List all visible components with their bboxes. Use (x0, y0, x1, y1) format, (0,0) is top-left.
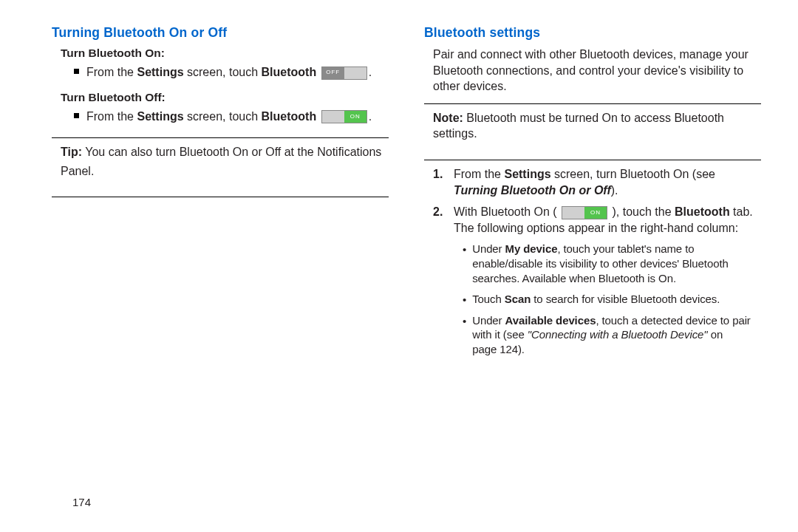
bluetooth-label: Bluetooth (262, 110, 317, 123)
available-devices-label: Available devices (505, 314, 596, 327)
text-fragment: . (369, 110, 372, 123)
toggle-on-icon: ON (321, 110, 367, 123)
sub-bullet-3: • Under Available devices, touch a detec… (463, 313, 761, 357)
toggle-on-icon: ON (562, 206, 607, 219)
divider (424, 160, 761, 160)
divider (52, 137, 389, 138)
bullet-turn-on-text: From the Settings screen, touch Bluetoot… (86, 64, 372, 81)
bullet-turn-on: From the Settings screen, touch Bluetoot… (74, 64, 389, 81)
text-fragment: From the (86, 66, 137, 78)
toggle-on-label: ON (584, 207, 607, 219)
dot-bullet-icon: • (463, 314, 466, 357)
sub-bullet-2: • Touch Scan to search for visible Bluet… (463, 292, 761, 307)
text-fragment: screen, touch (184, 110, 262, 123)
text-fragment: Touch (472, 293, 505, 305)
note-block: Note: Bluetooth must be turned On to acc… (433, 110, 761, 152)
section-heading-turning-bt: Turning Bluetooth On or Off (52, 25, 389, 41)
sub-bullet-1-text: Under My device, touch your tablet's nam… (472, 242, 761, 285)
left-column: Turning Bluetooth On or Off Turn Bluetoo… (52, 25, 389, 363)
toggle-off-label: OFF (322, 67, 344, 79)
square-bullet-icon (74, 113, 79, 118)
page-number: 174 (72, 496, 91, 508)
subhead-turn-off: Turn Bluetooth Off: (61, 91, 389, 104)
note-label: Note: (433, 112, 463, 124)
bluetooth-label: Bluetooth (262, 66, 317, 78)
step-1-text: From the Settings screen, turn Bluetooth… (454, 166, 761, 198)
text-fragment: screen, turn Bluetooth On (see (551, 168, 715, 180)
step-number: 1. (433, 166, 446, 198)
step-1: 1. From the Settings screen, turn Blueto… (433, 166, 761, 198)
toggle-on-label: ON (344, 111, 366, 123)
step-number: 2. (433, 204, 446, 236)
bluetooth-label: Bluetooth (675, 205, 730, 218)
bullet-turn-off-text: From the Settings screen, touch Bluetoot… (86, 109, 372, 125)
divider (424, 103, 761, 104)
text-fragment: ). (611, 184, 618, 197)
text-fragment: screen, touch (184, 66, 262, 78)
toggle-track (562, 207, 584, 219)
sub-bullet-3-text: Under Available devices, touch a detecte… (472, 313, 761, 357)
divider (52, 197, 389, 197)
square-bullet-icon (74, 69, 79, 74)
text-fragment: Bluetooth must be turned On to access Bl… (433, 112, 724, 140)
text-fragment: to search for visible Bluetooth devices. (531, 293, 720, 305)
tip-text-line2: Panel. (61, 163, 389, 180)
tip-label: Tip: (61, 146, 82, 158)
page-reference: page 124). (472, 343, 525, 355)
text-fragment: From the (86, 110, 137, 123)
my-device-label: My device (505, 242, 558, 255)
step-2: 2. With Bluetooth On ( ON ), touch the B… (433, 204, 761, 236)
text-fragment: Under (472, 314, 505, 327)
text-fragment: on (708, 328, 723, 341)
text-fragment: From the (454, 168, 504, 180)
two-column-layout: Turning Bluetooth On or Off Turn Bluetoo… (52, 25, 761, 363)
cross-reference: "Connecting with a Bluetooth Device" (528, 328, 708, 341)
right-column: Bluetooth settings Pair and connect with… (424, 25, 761, 363)
cross-reference: Turning Bluetooth On or Off (454, 184, 611, 197)
dot-bullet-icon: • (463, 242, 466, 285)
text-fragment: With Bluetooth On ( (454, 205, 560, 218)
text-fragment: ), touch the (609, 205, 675, 218)
sub-bullet-2-text: Touch Scan to search for visible Bluetoo… (472, 292, 720, 307)
settings-label: Settings (504, 168, 550, 180)
text-fragment: You can also turn Bluetooth On or Off at… (82, 146, 381, 158)
section-heading-bt-settings: Bluetooth settings (424, 25, 761, 41)
scan-label: Scan (505, 293, 531, 305)
note-text: Note: Bluetooth must be turned On to acc… (433, 110, 761, 142)
intro-paragraph: Pair and connect with other Bluetooth de… (433, 47, 761, 95)
toggle-track (344, 67, 366, 79)
sub-bullet-1: • Under My device, touch your tablet's n… (463, 242, 761, 285)
toggle-track (322, 111, 344, 123)
bullet-turn-off: From the Settings screen, touch Bluetoot… (74, 109, 389, 125)
settings-label: Settings (137, 66, 183, 78)
dot-bullet-icon: • (463, 293, 466, 307)
toggle-off-icon: OFF (321, 66, 367, 80)
tip-block: Tip: You can also turn Bluetooth On or O… (61, 144, 389, 189)
subhead-turn-on: Turn Bluetooth On: (61, 47, 389, 60)
ordered-steps: 1. From the Settings screen, turn Blueto… (433, 166, 761, 236)
manual-page: Turning Bluetooth On or Off Turn Bluetoo… (0, 0, 798, 532)
step-2-text: With Bluetooth On ( ON ), touch the Blue… (454, 204, 761, 236)
text-fragment: Under (472, 242, 505, 255)
sub-bullets: • Under My device, touch your tablet's n… (463, 242, 761, 357)
settings-label: Settings (137, 110, 183, 123)
tip-text: Tip: You can also turn Bluetooth On or O… (61, 144, 389, 160)
text-fragment: . (369, 66, 372, 78)
